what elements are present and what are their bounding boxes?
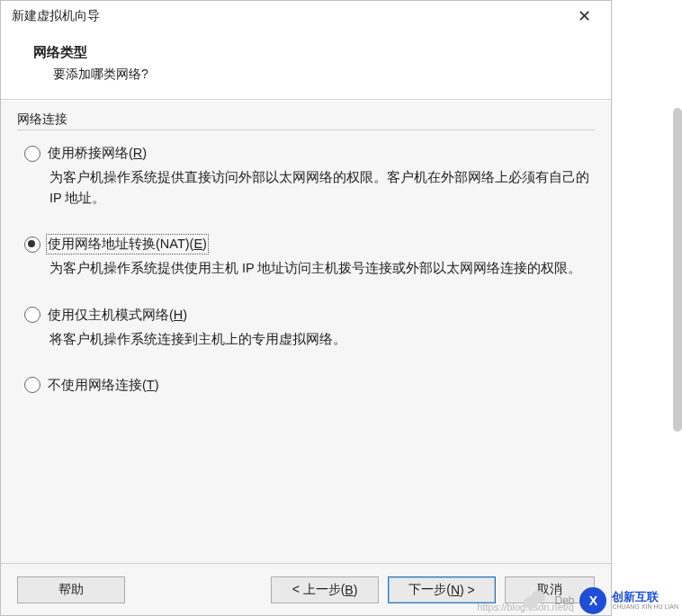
option-hostonly[interactable]: 使用仅主机模式网络(H) 将客户机操作系统连接到主机上的专用虚拟网络。 — [24, 307, 595, 350]
help-button[interactable]: 帮助 — [17, 576, 125, 603]
chat-text: Deb — [554, 594, 574, 607]
radio-none[interactable] — [24, 377, 40, 393]
watermark-text-top: 创新互联 — [612, 591, 678, 603]
watermark-text: 创新互联 CHUANG XIN HU LIAN — [612, 591, 678, 611]
radio-nat[interactable] — [24, 237, 40, 253]
option-nat[interactable]: 使用网络地址转换(NAT)(E) 为客户机操作系统提供使用主机 IP 地址访问主… — [24, 236, 595, 279]
logo-icon: X — [579, 587, 606, 614]
groupbox-title: 网络连接 — [17, 112, 595, 128]
option-bridged[interactable]: 使用桥接网络(R) 为客户机操作系统提供直接访问外部以太网网络的权限。客户机在外… — [24, 145, 595, 209]
watermark-block: Deb X 创新互联 CHUANG XIN HU LIAN — [524, 587, 678, 614]
desc-nat: 为客户机操作系统提供使用主机 IP 地址访问主机拨号连接或外部以太网网络连接的权… — [49, 258, 589, 279]
page-subtitle: 要添加哪类网络? — [53, 67, 593, 83]
option-none[interactable]: 不使用网络连接(T) — [24, 377, 595, 394]
back-button[interactable]: < 上一步(B) — [271, 576, 379, 603]
label-none: 不使用网络连接(T) — [48, 377, 159, 394]
window-title: 新建虚拟机向导 — [12, 8, 100, 24]
desc-hostonly: 将客户机操作系统连接到主机上的专用虚拟网络。 — [49, 329, 589, 350]
label-nat: 使用网络地址转换(NAT)(E) — [48, 236, 207, 253]
groupbox-divider — [17, 129, 595, 130]
close-icon[interactable]: ✕ — [566, 8, 602, 24]
label-hostonly: 使用仅主机模式网络(H) — [48, 307, 187, 324]
wizard-body: 网络连接 使用桥接网络(R) 为客户机操作系统提供直接访问外部以太网网络的权限。… — [1, 100, 611, 563]
page-title: 网络类型 — [33, 44, 593, 61]
next-button[interactable]: 下一步(N) > — [388, 576, 496, 603]
wizard-header: 网络类型 要添加哪类网络? — [1, 31, 611, 100]
wizard-window: 新建虚拟机向导 ✕ 网络类型 要添加哪类网络? 网络连接 使用桥接网络(R) 为… — [0, 0, 612, 616]
radio-bridged[interactable] — [24, 146, 40, 162]
page-scrollbar-thumb[interactable] — [673, 108, 682, 432]
titlebar: 新建虚拟机向导 ✕ — [1, 1, 611, 31]
desc-bridged: 为客户机操作系统提供直接访问外部以太网网络的权限。客户机在外部网络上必须有自己的… — [49, 167, 589, 209]
label-bridged: 使用桥接网络(R) — [48, 145, 147, 162]
watermark-text-bottom: CHUANG XIN HU LIAN — [612, 603, 678, 611]
chat-icon — [524, 591, 547, 611]
radio-hostonly[interactable] — [24, 307, 40, 323]
network-groupbox: 网络连接 使用桥接网络(R) 为客户机操作系统提供直接访问外部以太网网络的权限。… — [17, 112, 595, 394]
